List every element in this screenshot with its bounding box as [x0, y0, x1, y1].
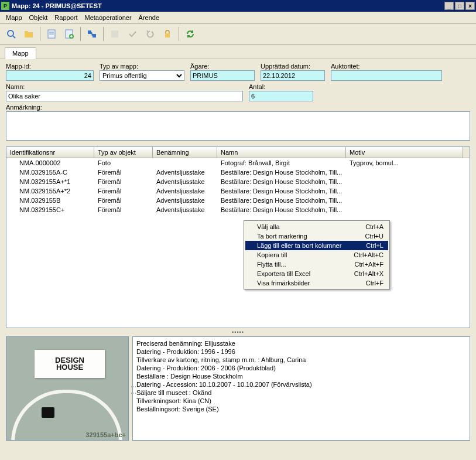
detail-line: Preciserad benämning: Elljusstake: [136, 339, 466, 347]
context-menu-item[interactable]: Välj allaCtrl+A: [245, 222, 388, 231]
cell-namn: Beställare: Design House Stockholm, Till…: [217, 196, 346, 205]
splitter[interactable]: •••••: [0, 328, 476, 336]
thumbnail-caption: 329155a+bc+: [85, 431, 126, 438]
svg-rect-11: [88, 30, 91, 34]
context-menu-shortcut: Ctrl+Alt+X: [354, 270, 383, 277]
lock-icon[interactable]: [160, 26, 175, 42]
cell-type: Föremål: [94, 187, 153, 195]
detail-line: Datering - Accession: 10.10.2007 - 10.10…: [136, 380, 466, 389]
cell-type: Föremål: [94, 196, 153, 205]
context-menu-item[interactable]: Flytta till...Ctrl+Alt+F: [245, 260, 388, 269]
label-datum: Upprättad datum:: [261, 63, 325, 70]
search-icon[interactable]: [4, 26, 19, 42]
refresh-icon[interactable]: [183, 26, 198, 42]
splitter-handle[interactable]: ⋮⋮: [129, 384, 138, 397]
table-row[interactable]: NM.0329155BFöremålAdventsljusstakeBestäl…: [6, 196, 470, 205]
thumbnail-plug: [42, 407, 54, 418]
detail-line: Säljare till museet : Okänd: [136, 389, 466, 397]
context-menu-shortcut: Ctrl+A: [365, 223, 383, 230]
label-mapp-id: Mapp-id:: [6, 63, 94, 70]
detail-line: Datering - Produktion: 1996 - 1996: [136, 347, 466, 356]
cell-id: NMA.0000002: [6, 159, 94, 167]
menu-objekt[interactable]: Objekt: [26, 13, 52, 22]
cell-ben: Adventsljusstake: [153, 206, 217, 214]
detail-description: ⋮⋮ Preciserad benämning: ElljusstakeDate…: [132, 336, 470, 441]
tab-mapp[interactable]: Mapp: [5, 47, 36, 59]
cell-type: Föremål: [94, 168, 153, 176]
cell-ben: Adventsljusstake: [153, 196, 217, 205]
column-benamning[interactable]: Benämning: [153, 147, 217, 158]
svg-rect-15: [165, 33, 170, 38]
toolbar-separator: [179, 27, 179, 41]
toolbar-separator: [103, 27, 104, 41]
context-menu-shortcut: Ctrl+L: [366, 242, 383, 249]
input-namn[interactable]: [6, 91, 243, 101]
cell-motiv: [346, 187, 463, 195]
input-antal[interactable]: [249, 91, 313, 101]
column-motiv[interactable]: Motiv: [346, 147, 463, 158]
table-row[interactable]: NM.0329155A-CFöremålAdventsljusstakeBest…: [6, 168, 470, 177]
svg-point-0: [8, 30, 13, 36]
input-datum[interactable]: [261, 70, 325, 81]
cell-id: NM.0329155C+: [6, 206, 94, 214]
menu-metaoperationer[interactable]: Metaoperationer: [81, 13, 135, 22]
menu-rapport[interactable]: Rapport: [51, 13, 81, 22]
cell-id: NM.0329155A+*1: [6, 178, 94, 186]
context-menu-item[interactable]: Exportera till ExcelCtrl+Alt+X: [245, 269, 388, 278]
column-namn[interactable]: Namn: [217, 147, 346, 158]
undo-icon[interactable]: [142, 26, 157, 42]
minimize-button[interactable]: _: [444, 2, 454, 10]
table-row[interactable]: NM.0329155A+*2FöremålAdventsljusstakeBes…: [6, 186, 470, 196]
context-menu-label: Exportera till Excel: [257, 270, 310, 277]
context-menu-label: Visa frimärksbilder: [257, 280, 310, 287]
context-menu-shortcut: Ctrl+Alt+C: [354, 251, 383, 258]
column-id[interactable]: Identifikationsnr: [6, 147, 94, 158]
label-anmarkning: Anmärkning:: [6, 104, 470, 111]
select-typ[interactable]: Primus offentlig: [100, 70, 184, 81]
document-icon[interactable]: [44, 26, 59, 42]
thumbnail[interactable]: DESIGNHOUSE 329155a+bc+: [6, 336, 129, 441]
cell-motiv: [346, 178, 463, 186]
svg-rect-14: [111, 30, 118, 38]
close-button[interactable]: ×: [465, 2, 475, 10]
column-type[interactable]: Typ av objekt: [94, 147, 153, 158]
context-menu-item[interactable]: Lägg till eller ta bort kolumnerCtrl+L: [245, 241, 388, 250]
context-menu-item[interactable]: Kopiera tillCtrl+Alt+C: [245, 250, 388, 260]
context-menu-item[interactable]: Ta bort markeringCtrl+U: [245, 231, 388, 241]
document-add-icon[interactable]: [61, 26, 77, 42]
table-row[interactable]: NMA.0000002FotoFotograf: Brånvall, Birgi…: [6, 158, 470, 168]
svg-rect-12: [93, 34, 96, 38]
menu-arende[interactable]: Ärende: [135, 13, 163, 22]
input-auktoritet[interactable]: [331, 70, 442, 81]
cell-namn: Beställare: Design House Stockholm, Till…: [217, 187, 346, 195]
detail-area: DESIGNHOUSE 329155a+bc+ ⋮⋮ Preciserad be…: [6, 336, 470, 441]
link-icon[interactable]: [84, 26, 100, 42]
table-row[interactable]: NM.0329155A+*1FöremålAdventsljusstakeBes…: [6, 177, 470, 186]
context-menu-shortcut: Ctrl+U: [365, 233, 383, 240]
cell-motiv: [346, 206, 463, 214]
cell-namn: Beställare: Design House Stockholm, Till…: [217, 178, 346, 186]
maximize-button[interactable]: □: [455, 2, 464, 10]
toolbar-separator: [40, 27, 40, 41]
menu-mapp[interactable]: Mapp: [2, 13, 26, 22]
input-agare[interactable]: [190, 70, 255, 81]
cell-namn: Beställare: Design House Stockholm, Till…: [217, 206, 346, 214]
cell-type: Föremål: [94, 206, 153, 214]
label-agare: Ägare:: [190, 63, 255, 70]
check-icon[interactable]: [125, 26, 140, 42]
folder-icon[interactable]: [21, 26, 36, 42]
context-menu-label: Flytta till...: [257, 261, 286, 268]
save-icon[interactable]: [107, 26, 122, 42]
title-bar: P Mapp: 24 - PRIMUS@SETEST _ □ ×: [0, 0, 476, 12]
label-namn: Namn:: [6, 83, 243, 90]
context-menu-shortcut: Ctrl+F: [366, 280, 383, 287]
toolbar: [0, 24, 476, 45]
object-list: Identifikationsnr Typ av objekt Benämnin…: [6, 146, 470, 328]
detail-line: Beställare : Design House Stockholm: [136, 372, 466, 380]
menu-bar: Mapp Objekt Rapport Metaoperationer Ären…: [0, 12, 476, 24]
input-mapp-id[interactable]: [6, 70, 94, 81]
svg-line-1: [13, 36, 15, 38]
context-menu-item[interactable]: Visa frimärksbilderCtrl+F: [245, 278, 388, 288]
table-row[interactable]: NM.0329155C+FöremålAdventsljusstakeBestä…: [6, 205, 470, 214]
input-anmarkning[interactable]: [6, 111, 470, 141]
